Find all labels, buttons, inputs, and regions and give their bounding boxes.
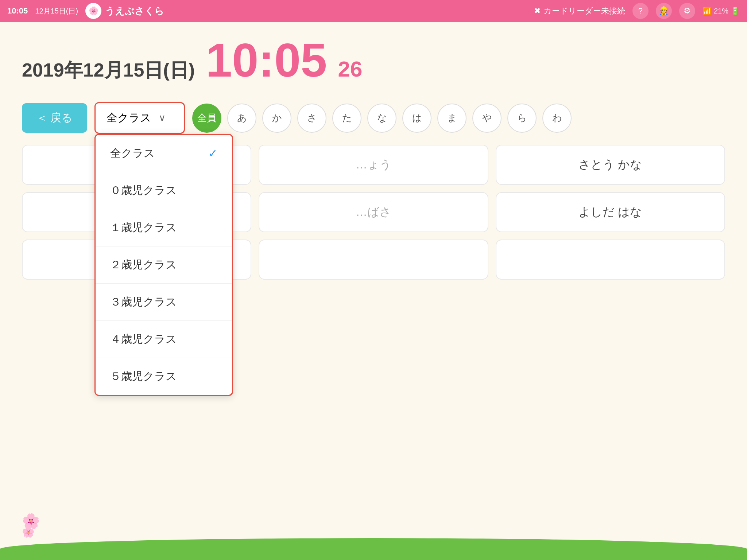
bluetooth-status: ✖ カードリーダー未接続	[534, 5, 625, 16]
date-display: 2019年12月15日(日)	[22, 58, 195, 83]
dropdown-item-1[interactable]: １歳児クラス	[96, 209, 232, 246]
filter-a[interactable]: あ	[227, 104, 256, 133]
time-minute: 05	[274, 34, 327, 87]
time-display: 10:05	[206, 36, 327, 84]
app-logo: 🌸 うえぶさくら	[85, 3, 164, 19]
grass-decoration	[0, 531, 747, 560]
dropdown-item-label: ４歳児クラス	[110, 332, 177, 347]
time-colon: :	[259, 34, 274, 87]
bluetooth-icon: ✖	[534, 6, 541, 16]
bluetooth-label: カードリーダー未接続	[543, 5, 625, 16]
settings-icon: ⚙	[684, 6, 691, 16]
battery-info: 📶 21% 🔋	[703, 7, 740, 15]
app-logo-icon: 🌸	[85, 3, 101, 19]
student-card	[259, 240, 488, 280]
time-seconds: 26	[338, 57, 363, 82]
dropdown-item-3[interactable]: ３歳児クラス	[96, 284, 232, 321]
student-card[interactable]: よしだ はな	[496, 192, 725, 232]
battery-percentage: 21%	[714, 7, 728, 15]
status-bar-left: 10:05 12月15日(日) 🌸 うえぶさくら	[7, 3, 164, 19]
time-hour: 10	[206, 34, 259, 87]
class-dropdown-wrapper: 全クラス ∨ 全クラス ✓ ０歳児クラス １歳児クラス ２歳児クラス	[94, 102, 185, 134]
filter-ha[interactable]: は	[402, 104, 431, 133]
status-time: 10:05	[7, 6, 28, 16]
student-card[interactable]: さとう かな	[496, 145, 725, 185]
filter-ma[interactable]: ま	[437, 104, 467, 133]
filter-ra[interactable]: ら	[507, 104, 537, 133]
class-dropdown[interactable]: 全クラス ∨	[94, 102, 185, 134]
datetime-section: 2019年12月15日(日) 10:05 26	[22, 36, 725, 84]
controls-row: ＜ 戻る 全クラス ∨ 全クラス ✓ ０歳児クラス １歳児クラス	[22, 102, 725, 134]
dropdown-item-label: １歳児クラス	[110, 220, 177, 235]
user-icon: 👷	[659, 6, 669, 16]
help-button[interactable]: ?	[632, 3, 649, 19]
wifi-icon: 📶	[703, 7, 712, 15]
dropdown-item-label: ０歳児クラス	[110, 183, 177, 198]
user-button[interactable]: 👷	[656, 3, 672, 19]
dropdown-menu: 全クラス ✓ ０歳児クラス １歳児クラス ２歳児クラス ３歳児クラス ４歳児クラ…	[94, 134, 233, 396]
filter-wa[interactable]: わ	[542, 104, 572, 133]
status-bar-right: ✖ カードリーダー未接続 ? 👷 ⚙ 📶 21% 🔋	[534, 3, 740, 19]
app-name: うえぶさくら	[105, 5, 164, 18]
chevron-down-icon: ∨	[159, 112, 166, 124]
dropdown-item-0[interactable]: ０歳児クラス	[96, 172, 232, 209]
filter-na[interactable]: な	[367, 104, 396, 133]
dropdown-item-2[interactable]: ２歳児クラス	[96, 246, 232, 284]
student-card[interactable]: …ばさ	[259, 192, 488, 232]
back-button[interactable]: ＜ 戻る	[22, 103, 87, 133]
help-icon: ?	[638, 6, 643, 16]
dropdown-item-label: ３歳児クラス	[110, 295, 177, 310]
dropdown-item-all[interactable]: 全クラス ✓	[96, 135, 232, 172]
dropdown-item-5[interactable]: ５歳児クラス	[96, 358, 232, 395]
student-card	[496, 240, 725, 280]
dropdown-item-label: ２歳児クラス	[110, 257, 177, 272]
filter-ka[interactable]: か	[262, 104, 291, 133]
status-bar: 10:05 12月15日(日) 🌸 うえぶさくら ✖ カードリーダー未接続 ? …	[0, 0, 747, 22]
class-dropdown-label: 全クラス	[107, 110, 151, 125]
battery-icon: 🔋	[731, 7, 740, 15]
filter-sa[interactable]: さ	[297, 104, 326, 133]
settings-button[interactable]: ⚙	[679, 3, 695, 19]
check-icon: ✓	[208, 147, 217, 160]
filter-ta[interactable]: た	[332, 104, 361, 133]
filter-buttons: 全員 あ か さ た な は ま や ら わ	[192, 104, 572, 133]
dropdown-item-label: 全クラス	[110, 146, 155, 161]
student-card[interactable]: …ょう	[259, 145, 488, 185]
status-date: 12月15日(日)	[35, 6, 78, 16]
filter-all[interactable]: 全員	[192, 104, 221, 133]
grass	[0, 538, 747, 560]
main-content: 2019年12月15日(日) 10:05 26 ＜ 戻る 全クラス ∨ 全クラス…	[0, 22, 747, 560]
dropdown-item-label: ５歳児クラス	[110, 369, 177, 384]
dropdown-item-4[interactable]: ４歳児クラス	[96, 321, 232, 358]
filter-ya[interactable]: や	[472, 104, 502, 133]
